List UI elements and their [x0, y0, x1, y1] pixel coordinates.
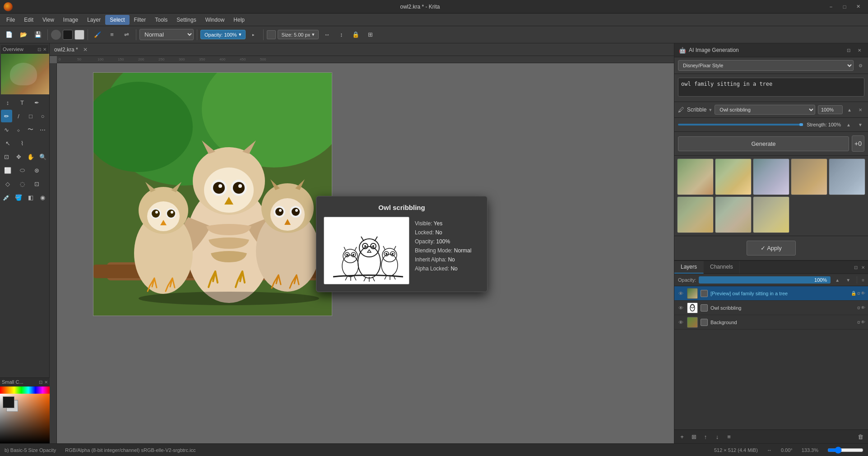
overview-close-btn[interactable]: ✕ [43, 47, 46, 52]
duplicate-layer-btn[interactable]: ⊞ [689, 432, 699, 442]
tool-zoom[interactable]: 🔍 [37, 150, 48, 163]
size-display[interactable]: Size: 5.00 px ▾ [278, 30, 319, 39]
scribble-up-btn[interactable]: ▲ [845, 106, 854, 114]
move-layer-up-btn[interactable]: ↑ [701, 432, 710, 442]
menu-settings[interactable]: Settings [172, 15, 200, 25]
menu-window[interactable]: Window [201, 15, 229, 25]
layer-vis-preview[interactable]: 👁 [677, 290, 684, 297]
layers-close-btn[interactable]: ✕ [860, 261, 868, 274]
mirror-v-btn[interactable]: ↕ [335, 28, 348, 41]
fg-color-btn[interactable] [63, 30, 73, 40]
tool-bezier-select[interactable]: ◇ [1, 177, 14, 190]
tool-pointer[interactable]: ↖ [1, 137, 14, 149]
layer-alpha-preview[interactable]: α [857, 291, 860, 296]
tool-contiguous-select[interactable]: ⊡ [30, 177, 43, 190]
add-layer-btn[interactable]: + [677, 432, 687, 442]
tool-contiguous[interactable]: ⋯ [37, 123, 48, 136]
layer-vis2-bg[interactable]: 👁 [861, 320, 865, 325]
opacity-decrease-btn[interactable]: ▼ [844, 276, 852, 284]
tool-curve[interactable]: ∿ [1, 123, 12, 136]
open-button[interactable]: 📂 [17, 28, 30, 41]
tab-channels[interactable]: Channels [704, 261, 740, 274]
brush-type-btn[interactable]: 🖌️ [91, 28, 104, 41]
tool-patch[interactable]: ◉ [37, 191, 48, 204]
strength-down-btn[interactable]: ▼ [856, 121, 864, 129]
menu-file[interactable]: File [2, 15, 19, 25]
menu-select[interactable]: Select [105, 15, 129, 25]
opacity-more-btn[interactable]: ▸ [247, 28, 260, 41]
bg-color-btn[interactable] [74, 30, 84, 40]
mirror-h-btn[interactable]: ↔ [320, 28, 333, 41]
color-close-btn[interactable]: ✕ [44, 380, 48, 385]
canvas-tab-close[interactable]: ✕ [82, 46, 89, 53]
prompt-input[interactable]: owl family sitting in a tree [678, 78, 864, 97]
tool-line[interactable]: / [13, 110, 24, 122]
tool-freehand[interactable]: ✏ [1, 110, 12, 122]
overview-detach-btn[interactable]: ⊡ [37, 47, 41, 52]
thumbnail-8[interactable] [753, 196, 789, 233]
tool-freeform-select[interactable]: ◌ [15, 177, 29, 190]
scribble-pct-input[interactable] [818, 105, 843, 114]
style-select[interactable]: Disney/Pixar Style [678, 60, 854, 71]
save-button[interactable]: 💾 [32, 28, 44, 41]
menu-help[interactable]: Help [229, 15, 249, 25]
style-settings-btn[interactable]: ⚙ [856, 61, 864, 70]
tool-gradient[interactable]: ◧ [25, 191, 37, 204]
thumbnail-1[interactable] [677, 158, 714, 195]
thumbnail-6[interactable] [677, 196, 714, 233]
tab-layers[interactable]: Layers [674, 261, 704, 274]
scribble-close-btn[interactable]: ✕ [856, 106, 864, 114]
close-button[interactable]: ✕ [852, 2, 864, 11]
menu-tools[interactable]: Tools [150, 15, 172, 25]
tool-pan[interactable]: ✋ [25, 150, 37, 163]
tool-transform[interactable]: ↕ [1, 96, 14, 109]
tool-crop[interactable]: ⊡ [1, 150, 12, 163]
size-arrows[interactable]: ▾ [312, 32, 315, 37]
expand-btn[interactable]: ⊞ [364, 28, 376, 41]
new-button[interactable]: 📄 [3, 28, 15, 41]
maximize-button[interactable]: □ [838, 2, 851, 11]
tool-ellipse[interactable]: ○ [37, 110, 48, 122]
brush-presets-button[interactable] [51, 30, 61, 40]
tool-eyedropper[interactable]: 💉 [1, 191, 12, 204]
fg-color-swatch[interactable] [3, 396, 14, 408]
plus-zero-btn[interactable]: +0 [852, 135, 864, 152]
mirror-btn[interactable]: ⇌ [120, 28, 133, 41]
color-detach-btn[interactable]: ⊡ [39, 380, 42, 385]
color-picker-area[interactable] [0, 394, 50, 443]
layer-vis2-preview[interactable]: 👁 [861, 291, 865, 296]
opacity-display[interactable]: Opacity: 100% ▾ [200, 30, 246, 39]
thumbnail-7[interactable] [715, 196, 752, 233]
color-palette-bar[interactable] [0, 386, 50, 394]
zoom-slider[interactable] [827, 447, 863, 454]
tool-bezier[interactable]: ⌇ [15, 137, 29, 149]
strength-slider[interactable] [678, 124, 803, 126]
thumbnail-4[interactable] [791, 158, 827, 195]
thumbnail-5[interactable] [829, 158, 865, 195]
move-layer-down-btn[interactable]: ↓ [712, 432, 722, 442]
opacity-arrows[interactable]: ▾ [239, 32, 241, 37]
opacity-increase-btn[interactable]: ▲ [833, 276, 841, 284]
strength-up-btn[interactable]: ▲ [845, 121, 853, 129]
layers-menu-btn[interactable]: ≡ [862, 278, 864, 283]
layer-vis-scribble[interactable]: 👁 [677, 304, 684, 312]
layer-alpha-scribble[interactable]: α [857, 305, 860, 310]
layer-alpha-bg[interactable]: α [857, 320, 860, 325]
layer-vis2-scribble[interactable]: 👁 [861, 305, 865, 310]
flatten-layer-btn[interactable]: ≡ [724, 432, 734, 442]
tool-ellip-select[interactable]: ⬭ [15, 164, 29, 177]
thumbnail-3[interactable] [753, 158, 789, 195]
tool-calligraphy[interactable]: ✒ [30, 96, 43, 109]
tool-magic-wand[interactable]: ⊛ [30, 164, 43, 177]
layer-item-scribble[interactable]: 👁 Owl scribbling α 👁 [674, 301, 868, 315]
menu-edit[interactable]: Edit [19, 15, 38, 25]
layer-item-preview[interactable]: 👁 [Preview] owl family sitting in a tree… [674, 286, 868, 301]
menu-filter[interactable]: Filter [130, 15, 151, 25]
minimize-button[interactable]: − [825, 2, 837, 11]
tool-path[interactable]: ⬦ [13, 123, 24, 136]
ai-close-btn[interactable]: ✕ [855, 46, 863, 54]
menu-layer[interactable]: Layer [83, 15, 105, 25]
lock-btn[interactable]: 🔒 [349, 28, 362, 41]
scribble-layer-select[interactable]: Owl scribbling [715, 105, 815, 115]
tool-freeform[interactable]: 〜 [25, 123, 37, 136]
